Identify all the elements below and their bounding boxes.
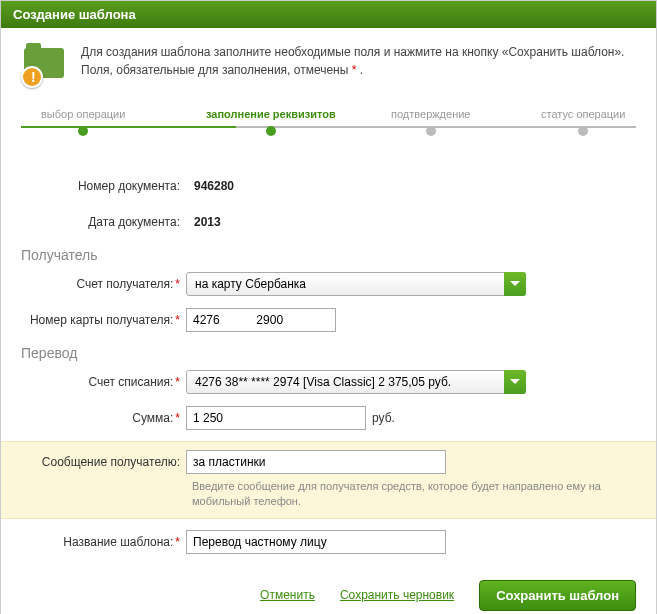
wizard-step-3: подтверждение [391,108,470,136]
cancel-link[interactable]: Отменить [260,588,315,602]
debit-account-label: Счет списания:* [21,375,186,389]
intro-line2: Поля, обязательные для заполнения, отмеч… [81,61,624,79]
docdate-value: 2013 [186,215,636,229]
chevron-down-icon [504,370,526,394]
wizard-step-2: заполнение реквизитов [206,108,336,136]
wizard-step-4: статус операции [541,108,625,136]
debit-account-select[interactable]: 4276 38** **** 2974 [Visa Classic] 2 375… [186,370,526,394]
message-hint: Введите сообщение для получателя средств… [21,479,636,510]
template-name-label: Название шаблона:* [21,535,186,549]
amount-label: Сумма:* [21,411,186,425]
save-draft-link[interactable]: Сохранить черновик [340,588,454,602]
message-label: Сообщение получателю: [21,455,186,469]
recip-account-select[interactable]: на карту Сбербанка [186,272,526,296]
template-name-input[interactable] [186,530,446,554]
recip-account-label: Счет получателя:* [21,277,186,291]
transfer-section-title: Перевод [21,345,636,361]
amount-suffix: руб. [372,411,395,425]
folder-warning-icon [21,43,66,88]
recip-card-input[interactable] [186,308,336,332]
chevron-down-icon [504,272,526,296]
docnum-value: 946280 [186,179,636,193]
intro-block: Для создания шаблона заполните необходим… [21,43,636,88]
window-title: Создание шаблона [1,1,656,28]
wizard-steps: выбор операции заполнение реквизитов под… [21,108,636,148]
docdate-label: Дата документа: [21,215,186,229]
intro-line1: Для создания шаблона заполните необходим… [81,43,624,61]
recip-card-label: Номер карты получателя:* [21,313,186,327]
amount-input[interactable] [186,406,366,430]
wizard-step-1: выбор операции [41,108,125,136]
save-template-button[interactable]: Сохранить шаблон [479,580,636,611]
docnum-label: Номер документа: [21,179,186,193]
recipient-section-title: Получатель [21,247,636,263]
template-form-window: Создание шаблона Для создания шаблона за… [0,0,657,614]
message-input[interactable] [186,450,446,474]
